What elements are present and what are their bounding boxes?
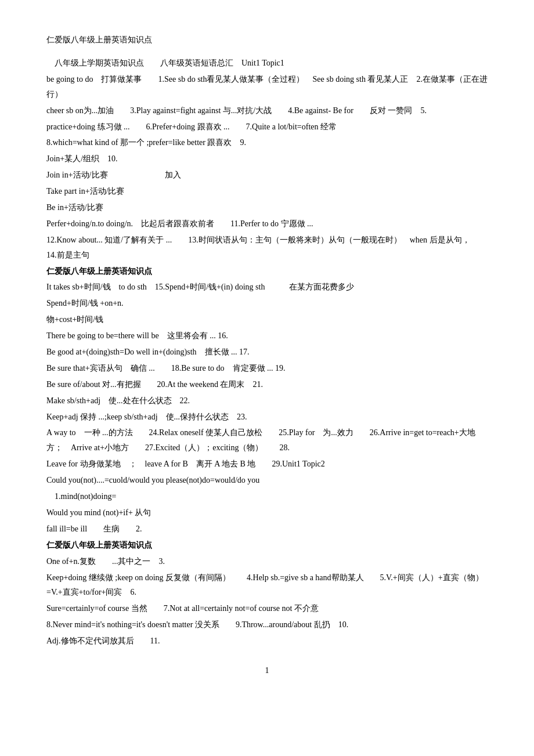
content-paragraph: There be going to be=there will be 这里将会有…	[46, 328, 488, 343]
content-paragraph: Be sure of/about 对...有把握 20.At the weeke…	[46, 377, 488, 392]
content-paragraph: 仁爱版八年级上册英语知识点	[46, 264, 488, 279]
content-paragraph: Sure=certainly=of course 当然 7.Not at all…	[46, 601, 488, 616]
content-paragraph: Be sure that+宾语从句 确信 ... 18.Be sure to d…	[46, 361, 488, 376]
content-paragraph: 物+cost+时间/钱	[46, 312, 488, 327]
content-paragraph: One of+n.复数 ...其中之一 3.	[46, 554, 488, 569]
content-paragraph: Keep+adj 保持 ...;keep sb/sth+adj 使...保持什么…	[46, 410, 488, 425]
content-paragraph: Perfer+doing/n.to doing/n. 比起后者跟喜欢前者 11.…	[46, 216, 488, 231]
content-paragraph: 12.Know about... 知道/了解有关于 ... 13.时间状语从句：…	[46, 233, 488, 263]
content-paragraph: be going to do 打算做某事 1.See sb do sth看见某人…	[46, 72, 488, 102]
content-paragraph: Spend+时间/钱 +on+n.	[46, 296, 488, 311]
content-paragraph: Would you mind (not)+if+ 从句	[46, 505, 488, 520]
page: 仁爱版八年级上册英语知识点 八年级上学期英语知识点 八年级英语短语总汇 Unit…	[0, 0, 534, 756]
content-paragraph: Make sb/sth+adj 使...处在什么状态 22.	[46, 393, 488, 408]
content-paragraph: Join+某人/组织 10.	[46, 151, 488, 167]
content-paragraph: Keep+doing 继续做 ;keep on doing 反复做（有间隔） 4…	[46, 570, 488, 601]
content-paragraph: A way to 一种 ...的方法 24.Relax oneself 使某人自…	[46, 425, 488, 455]
page-title: 仁爱版八年级上册英语知识点	[46, 35, 488, 45]
content-paragraph: 八年级上学期英语知识点 八年级英语短语总汇 Unit1 Topic1	[46, 56, 488, 71]
content-area: 八年级上学期英语知识点 八年级英语短语总汇 Unit1 Topic1be goi…	[46, 56, 488, 649]
content-paragraph: Be good at+(doing)sth=Do well in+(doing)…	[46, 345, 488, 360]
page-number: 1	[46, 666, 488, 675]
content-paragraph: Join in+活动/比赛 加入	[46, 168, 488, 183]
content-paragraph: 8.Never mind=it's nothing=it's doesn't m…	[46, 617, 488, 632]
content-paragraph: fall ill=be ill 生病 2.	[46, 522, 488, 537]
content-paragraph: cheer sb on为...加油 3.Play against=fight a…	[46, 103, 488, 118]
content-paragraph: It takes sb+时间/钱 to do sth 15.Spend+时间/钱…	[46, 280, 488, 295]
content-paragraph: Could you(not)....=cuold/would you pleas…	[46, 473, 488, 488]
content-paragraph: Adj.修饰不定代词放其后 11.	[46, 634, 488, 649]
content-paragraph: practice+doing 练习做 ... 6.Prefer+doing 跟喜…	[46, 120, 488, 135]
content-paragraph: 8.which=what kind of 那一个 ;prefer=like be…	[46, 135, 488, 150]
content-paragraph: 仁爱版八年级上册英语知识点	[46, 538, 488, 553]
content-paragraph: Take part in+活动/比赛	[46, 184, 488, 199]
content-paragraph: Leave for 动身做某地 ； leave A for B 离开 A 地去 …	[46, 457, 488, 472]
content-paragraph: 1.mind(not)doing=	[46, 489, 488, 504]
content-paragraph: Be in+活动/比赛	[46, 200, 488, 215]
